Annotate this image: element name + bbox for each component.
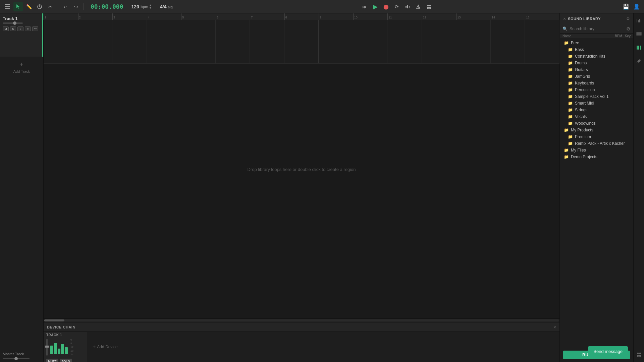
- svg-rect-34: [637, 355, 639, 357]
- timeline-mark: 14: [491, 13, 525, 20]
- lane-cell[interactable]: [44, 20, 78, 63]
- lane-cell[interactable]: [181, 20, 216, 63]
- lane-cell[interactable]: [284, 20, 319, 63]
- redo-button[interactable]: ↪: [71, 2, 81, 11]
- library-filter-button[interactable]: ⚙: [626, 26, 631, 32]
- lane-cell[interactable]: [387, 20, 422, 63]
- h-scrollbar[interactable]: [44, 318, 559, 322]
- folder-icon: 📁: [568, 81, 573, 85]
- library-item[interactable]: 📁Bass: [560, 46, 633, 53]
- library-item-name: Vocals: [575, 114, 631, 119]
- library-item[interactable]: 📁Premium: [560, 133, 633, 140]
- lane-cell[interactable]: [78, 20, 113, 63]
- master-volume-slider[interactable]: [3, 358, 30, 359]
- library-close-icon[interactable]: ×: [563, 16, 566, 21]
- lane-cell[interactable]: [491, 20, 525, 63]
- side-panel-bottom-button[interactable]: [634, 350, 644, 359]
- eq-bar-3: [58, 349, 61, 354]
- save-button[interactable]: 💾: [621, 2, 631, 11]
- library-item[interactable]: 📁Vocals: [560, 113, 633, 120]
- side-panel-mixer-button[interactable]: [634, 16, 644, 25]
- svg-rect-13: [427, 7, 429, 9]
- dc-volume-section: 68121824 MUTE SOLO: [46, 337, 84, 362]
- library-col-key: Key: [625, 34, 631, 38]
- send-message-button[interactable]: Send message: [588, 346, 628, 357]
- lane-cell[interactable]: [422, 20, 457, 63]
- track1-fx-button[interactable]: ↓: [17, 26, 23, 31]
- skip-start-button[interactable]: ⏮: [360, 2, 369, 11]
- library-item[interactable]: 📁JamGrid: [560, 73, 633, 80]
- library-item[interactable]: 📁Percussion: [560, 86, 633, 93]
- bpm-down-arrow[interactable]: ▼: [149, 7, 152, 9]
- library-item[interactable]: 📁Construction Kits: [560, 53, 633, 60]
- library-item[interactable]: 📁Free: [560, 40, 633, 46]
- track1-lane[interactable]: [44, 20, 559, 64]
- library-item[interactable]: 📁Drums: [560, 60, 633, 66]
- account-button[interactable]: 👤: [632, 2, 641, 11]
- lane-cell[interactable]: [250, 20, 284, 63]
- scissors-tool-button[interactable]: ✂: [46, 2, 55, 11]
- library-item[interactable]: 📁Remix Pack - Artik x Kacher: [560, 140, 633, 147]
- lane-cell[interactable]: [456, 20, 491, 63]
- svg-rect-1: [5, 6, 10, 7]
- library-item[interactable]: 📁Demo Projects: [560, 154, 633, 160]
- lane-cell[interactable]: [112, 20, 147, 63]
- metronome-button[interactable]: [414, 2, 423, 11]
- library-item[interactable]: 📁Woodwinds: [560, 120, 633, 127]
- dc-mute-button[interactable]: MUTE: [46, 359, 58, 362]
- library-item[interactable]: 📁Keyboards: [560, 80, 633, 86]
- play-button[interactable]: ▶: [371, 2, 380, 11]
- device-chain-close-button[interactable]: ×: [553, 324, 556, 330]
- track1-volume-slider[interactable]: [3, 22, 23, 24]
- library-item[interactable]: 📁My Products: [560, 127, 633, 133]
- timeline-mark: 12: [422, 13, 457, 20]
- library-item[interactable]: 📁Smart Midi: [560, 100, 633, 107]
- track1-mute-button[interactable]: M: [3, 26, 9, 31]
- svg-rect-15: [637, 19, 637, 22]
- track1-solo-button[interactable]: S: [10, 26, 16, 31]
- snap-button[interactable]: [403, 2, 412, 11]
- track1-auto-button[interactable]: 〜: [32, 26, 38, 31]
- time-sig-value[interactable]: 4/4: [160, 4, 166, 9]
- lane-cell[interactable]: [353, 20, 388, 63]
- add-device-plus-icon: +: [93, 344, 96, 350]
- toolbar: ✏️ ✂ ↩ ↪ 00:00.000 120 bpm ▲ ▼ 4/4 sig ⏮…: [0, 0, 644, 13]
- master-volume-thumb: [14, 357, 18, 360]
- timeline[interactable]: 123456789101112131415: [44, 13, 559, 20]
- library-item[interactable]: 📁Guitars: [560, 66, 633, 73]
- track-lanes[interactable]: Drop library loops here or double click …: [44, 20, 559, 318]
- lane-cell[interactable]: [147, 20, 181, 63]
- bpm-value[interactable]: 120: [131, 4, 139, 9]
- lane-cell[interactable]: [319, 20, 353, 63]
- dc-fader-track[interactable]: [46, 339, 48, 356]
- side-panel-piano-button[interactable]: [634, 29, 644, 39]
- side-panel-chord-button[interactable]: [634, 56, 644, 66]
- add-track-area[interactable]: + Add Track: [0, 57, 43, 77]
- side-panel-library-button[interactable]: [634, 43, 644, 52]
- h-scrollbar-thumb[interactable]: [44, 319, 64, 321]
- pointer-tool-button[interactable]: [13, 2, 23, 11]
- pencil-tool-button[interactable]: ✏️: [24, 2, 34, 11]
- library-item[interactable]: 📁My Files: [560, 147, 633, 154]
- library-column-headers: Name BPM Key: [560, 34, 633, 39]
- lane-cell[interactable]: [525, 20, 559, 63]
- bpm-label: bpm: [141, 5, 148, 9]
- svg-rect-23: [641, 32, 641, 36]
- library-item[interactable]: 📁Sample Pack Vol 1: [560, 93, 633, 100]
- clock-tool-button[interactable]: [35, 2, 44, 11]
- undo-button[interactable]: ↩: [61, 2, 70, 11]
- dc-solo-button[interactable]: SOLO: [60, 359, 72, 362]
- add-device-button[interactable]: + Add Device: [91, 343, 119, 351]
- loop-button[interactable]: ⟳: [392, 2, 401, 11]
- library-search-input[interactable]: [570, 26, 624, 31]
- track1-env-button[interactable]: ≡: [25, 26, 31, 31]
- lane-cell[interactable]: [216, 20, 250, 63]
- record-button[interactable]: ⬤: [381, 2, 391, 11]
- library-item[interactable]: 📁Strings: [560, 107, 633, 113]
- timeline-mark: 5: [181, 13, 216, 20]
- quantize-button[interactable]: [424, 2, 434, 11]
- timeline-mark: 3: [112, 13, 147, 20]
- menu-button[interactable]: [3, 2, 12, 11]
- svg-rect-25: [638, 46, 639, 50]
- library-settings-button[interactable]: ⚙: [626, 16, 630, 21]
